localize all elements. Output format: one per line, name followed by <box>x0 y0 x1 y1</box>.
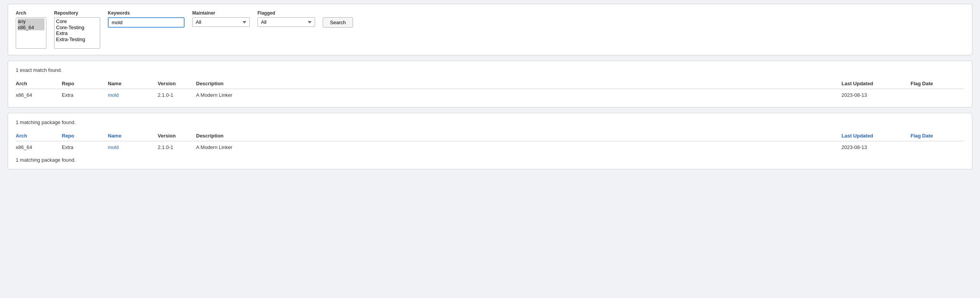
package-link[interactable]: mold <box>108 144 119 150</box>
keywords-input[interactable] <box>108 17 185 28</box>
cell-version: 2.1.0-1 <box>158 89 196 101</box>
flagged-select[interactable]: All <box>257 17 315 27</box>
search-panel: Arch any x86_64 Repository Core Core-Tes… <box>8 4 972 55</box>
maintainer-label: Maintainer <box>192 10 250 16</box>
flagged-group: Flagged All <box>257 10 315 27</box>
exact-col-arch: Arch <box>16 78 62 89</box>
cell-name: mold <box>108 141 158 154</box>
matching-col-name[interactable]: Name <box>108 131 158 141</box>
cell-name: mold <box>108 89 158 101</box>
cell-flag-date <box>911 89 964 101</box>
exact-results-table: Arch Repo Name Version Description Last … <box>16 78 964 101</box>
exact-table-header-row: Arch Repo Name Version Description Last … <box>16 78 964 89</box>
maintainer-select[interactable]: All <box>192 17 250 27</box>
arch-select[interactable]: any x86_64 <box>16 17 46 49</box>
package-link[interactable]: mold <box>108 92 119 98</box>
matching-col-version: Version <box>158 131 196 141</box>
flagged-label: Flagged <box>257 10 315 16</box>
repo-group: Repository Core Core-Testing Extra Extra… <box>54 10 100 49</box>
exact-col-flag-date: Flag Date <box>911 78 964 89</box>
search-button[interactable]: Search <box>323 17 353 28</box>
matching-results-summary-bottom: 1 matching package found. <box>16 157 964 163</box>
cell-arch: x86_64 <box>16 141 62 154</box>
exact-col-name: Name <box>108 78 158 89</box>
maintainer-group: Maintainer All <box>192 10 250 27</box>
exact-col-version: Version <box>158 78 196 89</box>
cell-last-updated: 2023-08-13 <box>841 141 911 154</box>
cell-description: A Modern Linker <box>196 141 841 154</box>
cell-repo: Extra <box>62 141 108 154</box>
exact-results-panel: 1 exact match found. Arch Repo Name Vers… <box>8 61 972 108</box>
cell-description: A Modern Linker <box>196 89 841 101</box>
search-form: Arch any x86_64 Repository Core Core-Tes… <box>16 10 964 49</box>
matching-results-table: Arch Repo Name Version Description Last … <box>16 131 964 153</box>
arch-label: Arch <box>16 10 46 16</box>
matching-col-last-updated[interactable]: Last Updated <box>841 131 911 141</box>
keywords-group: Keywords <box>108 10 185 28</box>
matching-results-panel: 1 matching package found. Arch Repo Name… <box>8 113 972 169</box>
matching-results-summary-top: 1 matching package found. <box>16 119 964 125</box>
exact-col-last-updated: Last Updated <box>841 78 911 89</box>
repo-select[interactable]: Core Core-Testing Extra Extra-Testing <box>54 17 100 49</box>
arch-group: Arch any x86_64 <box>16 10 46 49</box>
exact-results-summary: 1 exact match found. <box>16 67 964 73</box>
exact-col-description: Description <box>196 78 841 89</box>
repo-label: Repository <box>54 10 100 16</box>
matching-col-description: Description <box>196 131 841 141</box>
cell-version: 2.1.0-1 <box>158 141 196 154</box>
table-row: x86_64 Extra mold 2.1.0-1 A Modern Linke… <box>16 89 964 101</box>
matching-col-arch[interactable]: Arch <box>16 131 62 141</box>
cell-arch: x86_64 <box>16 89 62 101</box>
table-row: x86_64 Extra mold 2.1.0-1 A Modern Linke… <box>16 141 964 154</box>
exact-col-repo: Repo <box>62 78 108 89</box>
keywords-label: Keywords <box>108 10 185 16</box>
cell-flag-date <box>911 141 964 154</box>
matching-col-flag-date[interactable]: Flag Date <box>911 131 964 141</box>
cell-last-updated: 2023-08-13 <box>841 89 911 101</box>
cell-repo: Extra <box>62 89 108 101</box>
matching-col-repo[interactable]: Repo <box>62 131 108 141</box>
matching-table-header-row: Arch Repo Name Version Description Last … <box>16 131 964 141</box>
